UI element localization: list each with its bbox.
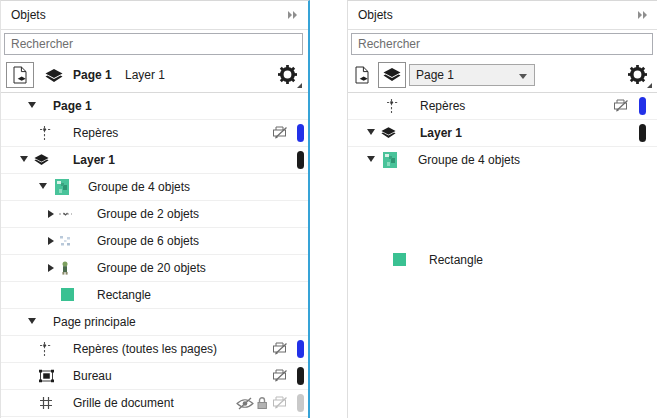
page-select-value: Page 1 xyxy=(410,68,519,82)
group-thumbnail-icon xyxy=(55,179,69,195)
row-label: Rectangle xyxy=(97,288,151,302)
page-select[interactable]: Page 1 xyxy=(409,64,535,86)
row-label: Repères xyxy=(420,99,465,113)
docker-options-button[interactable] xyxy=(278,65,300,87)
printable-toggle-icon[interactable] xyxy=(272,342,288,359)
current-page-label[interactable]: Page 1 xyxy=(73,68,112,82)
tree-empty-space xyxy=(348,173,657,247)
group-thumbnail-icon xyxy=(383,152,397,168)
docker-titlebar: Objets xyxy=(1,1,308,30)
tree-row-guides[interactable]: Repères xyxy=(1,120,308,147)
tree-row-document-grid[interactable]: Grille de document xyxy=(1,390,308,417)
row-label: Groupe de 20 objets xyxy=(97,261,206,275)
double-chevron-right-icon xyxy=(287,10,298,20)
tree-row-group-6[interactable]: Groupe de 6 objets xyxy=(1,228,308,255)
tree-row-layer-1[interactable]: Layer 1 xyxy=(1,147,308,174)
row-label: Repères xyxy=(73,126,118,140)
layer-color-bar[interactable] xyxy=(297,124,304,142)
row-label: Groupe de 4 objets xyxy=(418,153,520,167)
gear-icon xyxy=(278,65,297,84)
layer-icon xyxy=(34,154,49,166)
object-tree: Repères Layer 1 xyxy=(348,93,657,273)
guides-icon xyxy=(386,98,400,114)
layer-color-bar[interactable] xyxy=(297,394,304,412)
expander-down-icon[interactable] xyxy=(20,156,28,162)
search-input[interactable] xyxy=(4,33,303,55)
docker-options-button[interactable] xyxy=(628,65,650,87)
row-label: Groupe de 6 objets xyxy=(97,234,199,248)
objects-docker-right: Objets Page 1 xyxy=(347,0,657,418)
group-thumbnail-icon xyxy=(59,261,71,275)
group-thumbnail-icon xyxy=(59,210,72,219)
layer-color-bar[interactable] xyxy=(297,340,304,358)
visibility-off-toggle-icon[interactable] xyxy=(236,397,254,413)
row-label: Groupe de 4 objets xyxy=(88,180,190,194)
tree-row-group-4[interactable]: Groupe de 4 objets xyxy=(348,147,657,173)
gear-icon xyxy=(628,65,647,84)
expander-down-icon[interactable] xyxy=(367,156,375,162)
row-label: Page principale xyxy=(53,315,136,329)
expander-down-icon[interactable] xyxy=(367,129,375,135)
row-label: Bureau xyxy=(73,369,112,383)
current-layer-label[interactable]: Layer 1 xyxy=(125,68,165,82)
expander-right-icon[interactable] xyxy=(48,237,54,245)
search-input[interactable] xyxy=(351,33,653,55)
double-chevron-right-icon xyxy=(637,10,648,20)
layer-icon xyxy=(383,68,401,82)
view-pages-layers-objects-button[interactable] xyxy=(6,62,34,88)
tree-row-rectangle[interactable]: Rectangle xyxy=(348,247,657,273)
tree-row-group-4[interactable]: Groupe de 4 objets xyxy=(1,174,308,201)
row-label: Repères (toutes les pages) xyxy=(73,342,217,356)
printable-toggle-icon[interactable] xyxy=(272,396,288,413)
tree-row-master-page[interactable]: Page principale xyxy=(1,309,308,336)
collapse-docker-button[interactable] xyxy=(287,10,298,20)
group-thumbnail-icon xyxy=(59,235,71,247)
layer-color-bar[interactable] xyxy=(297,151,304,169)
printable-toggle-icon[interactable] xyxy=(272,126,288,143)
tree-row-group-2[interactable]: Groupe de 2 objets xyxy=(1,201,308,228)
tree-row-page-1[interactable]: Page 1 xyxy=(1,93,308,120)
tree-row-layer-1[interactable]: Layer 1 xyxy=(348,120,657,147)
view-layers-button[interactable] xyxy=(378,62,406,88)
expander-down-icon[interactable] xyxy=(28,102,36,108)
layer-color-bar[interactable] xyxy=(297,367,304,385)
objects-docker-left: Objets Page 1 Layer 1 xyxy=(0,0,310,418)
row-label: Layer 1 xyxy=(420,126,462,140)
row-label: Rectangle xyxy=(429,253,483,267)
expander-right-icon[interactable] xyxy=(48,210,54,218)
layer-color-bar[interactable] xyxy=(639,124,646,142)
flyout-corner-icon xyxy=(297,83,302,88)
layer-icon xyxy=(381,127,396,139)
expander-right-icon[interactable] xyxy=(48,264,54,272)
docker-toolbar: Page 1 xyxy=(348,59,657,93)
layer-icon[interactable] xyxy=(45,69,63,86)
printable-toggle-icon[interactable] xyxy=(613,99,629,116)
row-label: Groupe de 2 objets xyxy=(97,207,199,221)
collapse-docker-button[interactable] xyxy=(637,10,648,20)
object-color-swatch xyxy=(393,253,406,266)
chevron-down-icon xyxy=(519,68,527,82)
desktop-icon xyxy=(39,370,54,383)
tree-row-guides[interactable]: Repères xyxy=(348,93,657,120)
tree-row-rectangle[interactable]: Rectangle xyxy=(1,282,308,309)
page-with-layer-icon[interactable] xyxy=(355,66,370,87)
docker-toolbar: Page 1 Layer 1 xyxy=(1,59,308,93)
expander-down-icon[interactable] xyxy=(28,318,36,324)
guides-icon xyxy=(39,341,53,357)
object-tree: Page 1 Repères xyxy=(1,93,308,417)
tree-row-group-20[interactable]: Groupe de 20 objets xyxy=(1,255,308,282)
row-label: Page 1 xyxy=(53,99,92,113)
row-label: Layer 1 xyxy=(73,153,115,167)
layer-color-bar[interactable] xyxy=(639,97,646,115)
page-with-layer-icon xyxy=(13,66,28,84)
row-label: Grille de document xyxy=(73,396,174,410)
expander-down-icon[interactable] xyxy=(39,183,47,189)
docker-title: Objets xyxy=(11,8,46,22)
guides-icon xyxy=(39,125,53,141)
tree-row-desktop[interactable]: Bureau xyxy=(1,363,308,390)
object-color-swatch xyxy=(61,288,74,301)
tree-row-guides-all-pages[interactable]: Repères (toutes les pages) xyxy=(1,336,308,363)
lock-toggle-icon[interactable] xyxy=(256,396,268,413)
printable-toggle-icon[interactable] xyxy=(272,369,288,386)
docker-titlebar: Objets xyxy=(348,1,657,30)
